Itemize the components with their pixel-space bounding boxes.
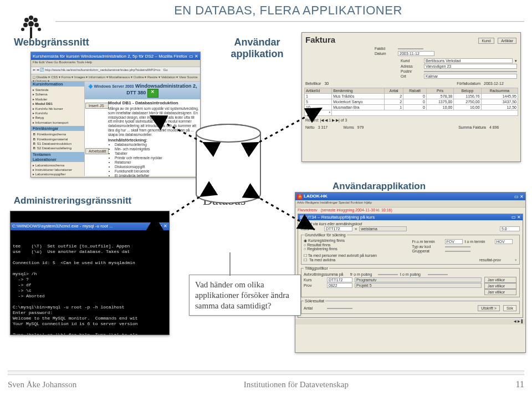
browser-menu: File Edit View Go Bookmarks Tools Help [31, 60, 200, 67]
faktura-kund-button[interactable]: Kund [478, 38, 494, 44]
ladok-utskrift-button[interactable]: Utskrift > [478, 305, 500, 311]
browser-urlbar: ⬅ ➡ 🔄 http://www.hik.se/inst/ns/kursinfo… [31, 67, 200, 74]
svg-point-8 [38, 28, 41, 31]
faktura-title: Faktura [305, 35, 335, 44]
callout-pointer-icon [224, 252, 236, 276]
title-rule [55, 21, 524, 22]
footer-slide-number: 11 [516, 379, 524, 389]
browser-module: Modul DB1 - Databasintroduktion [108, 100, 199, 105]
footer-rule [8, 371, 524, 375]
window-controls-icon: ▭ ✕ [189, 54, 198, 59]
arbetssatt-button: Arbetssätt [85, 148, 109, 154]
svg-point-3 [34, 23, 39, 27]
ladok-sok-button[interactable]: Sök [503, 305, 516, 311]
window-controls-icon: ▭ ✕ [158, 224, 167, 229]
svg-point-6 [29, 16, 33, 20]
terminal-window: C:\WINDOWS\system32\cmd.exe - mysql -u r… [10, 211, 170, 335]
tree-logo-icon [18, 14, 44, 39]
browser-bookmarkbar: ◻ Disable ▾ CSS ▾ Forms ▾ Images ▾ Infor… [31, 74, 200, 82]
faktura-window: Faktura Kund Artiklar Faktid Datum2003-1… [301, 32, 521, 162]
faktura-record-nav[interactable]: Record: |◀ ◀ 1 ▶ ▶| of 3 [302, 117, 520, 124]
label-userapp2: Användarapplikation [332, 181, 426, 192]
label-web: Webbgränssnitt [14, 37, 89, 48]
window-controls-icon: ▭ ✕ [511, 215, 521, 220]
svg-point-4 [24, 18, 29, 22]
browser-title: Kurshemsida för kursen Windowsadministra… [33, 54, 187, 59]
svg-point-7 [21, 28, 24, 31]
footer-institution: Institutionen för Datavetenskap [244, 380, 349, 389]
browser-window: Kurshemsida för kursen Windowsadministra… [30, 52, 201, 178]
callout-text: Vad händer om olika applikationer försök… [195, 280, 289, 310]
svg-point-1 [28, 21, 34, 27]
label-admin: Administreringsgränssnitt [0, 195, 145, 206]
slide-title: En databas, flera applikationer [55, 3, 521, 18]
svg-point-5 [33, 18, 38, 22]
terminal-body: tee (\T) Set outfile [to_outfile]. Appen… [11, 241, 169, 335]
browser-course-heading: Windowsadministration 2, DTT 380 [126, 83, 197, 95]
faktura-table: ArtikelId Benämning Antal Rabatt Pris Be… [304, 88, 518, 116]
callout-box: Vad händer om olika applikationer försök… [189, 275, 301, 316]
database-icon [194, 123, 263, 204]
ladok-menu: Arkiv Redigera Inställningar Special Fun… [295, 200, 525, 207]
svg-point-2 [23, 23, 28, 27]
footer-author: Sven Åke Johansson [8, 380, 76, 389]
ladok-window: 🔒 LADOK-HK ▭ ✕ Arkiv Redigera Inställnin… [295, 192, 526, 353]
label-userapp: Användar applikation [224, 37, 290, 60]
faktura-artiklar-button[interactable]: Artiklar [498, 38, 516, 44]
browser-listhead: Innehållsförteckning: [108, 138, 199, 142]
window-controls-icon: ▭ ✕ [514, 194, 524, 199]
terminal-title: C:\WINDOWS\system32\cmd.exe - mysql -u r… [12, 224, 113, 229]
browser-intro: Många av de problem som uppstår vid syst… [108, 107, 199, 137]
